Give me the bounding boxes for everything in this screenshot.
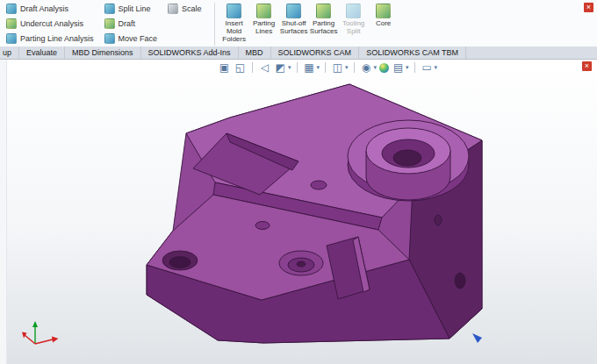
tab-solidworks-cam-tbm[interactable]: SOLIDWORKS CAM TBM	[359, 46, 466, 59]
tab-partial[interactable]: up	[0, 46, 19, 59]
parting-surfaces-label: Parting Surfaces	[309, 20, 339, 36]
parting-lines-button[interactable]: Parting Lines	[249, 2, 279, 36]
scale-button[interactable]: Scale	[165, 2, 205, 16]
display-style-icon[interactable]: ◫	[331, 61, 344, 75]
section-view-icon[interactable]: ◩	[274, 61, 287, 75]
draft-icon	[104, 18, 115, 29]
ribbon-column-scale: Scale	[165, 2, 205, 16]
shut-off-surfaces-button[interactable]: Shut-off Surfaces	[279, 2, 309, 36]
draft-analysis-label: Draft Analysis	[20, 4, 68, 13]
previous-view-icon[interactable]: ◁	[258, 61, 271, 75]
parting-surfaces-icon	[316, 4, 331, 18]
reference-triad	[22, 321, 59, 344]
split-line-button[interactable]: Split Line	[102, 2, 161, 16]
command-manager-tabs: up Evaluate MBD Dimensions SOLIDWORKS Ad…	[0, 46, 597, 60]
hud-separator	[252, 62, 253, 73]
tab-mbd[interactable]: MBD	[239, 46, 271, 59]
ribbon-large-buttons: Insert Mold Folders Parting Lines Shut-o…	[219, 2, 399, 44]
split-line-icon	[104, 4, 115, 14]
scale-label: Scale	[182, 4, 202, 13]
cad-model[interactable]	[147, 84, 482, 343]
hide-show-items-icon[interactable]: ◉	[360, 61, 373, 75]
shut-off-surfaces-icon	[286, 4, 301, 18]
tooling-split-icon	[346, 4, 361, 18]
insert-mold-folders-icon	[227, 4, 241, 18]
view-orientation-caret-icon[interactable]: ▾	[317, 64, 320, 71]
draft-label: Draft	[119, 19, 136, 28]
origin-marker	[472, 333, 482, 343]
display-style-caret-icon[interactable]: ▾	[345, 64, 349, 71]
parting-lines-icon	[256, 4, 271, 18]
heads-up-view-toolbar: ▣ ◱ ◁ ◩ ▾ ▦ ▾ ◫ ▾ ◉ ▾ ▤ ▾ ▭ ▾	[218, 61, 437, 75]
hud-separator	[325, 62, 326, 73]
tab-mbd-dimensions[interactable]: MBD Dimensions	[65, 46, 141, 59]
viewport-close-button[interactable]: ×	[582, 61, 592, 71]
zoom-area-icon[interactable]: ◱	[234, 61, 247, 75]
mold-tools-ribbon: Draft Analysis Undercut Analysis Parting…	[0, 0, 597, 46]
parting-surfaces-button[interactable]: Parting Surfaces	[309, 2, 339, 36]
scale-icon	[168, 4, 178, 14]
split-line-label: Split Line	[119, 4, 151, 13]
undercut-analysis-icon	[6, 18, 17, 29]
parting-line-analysis-label: Parting Line Analysis	[20, 34, 94, 43]
hide-show-items-caret-icon[interactable]: ▾	[374, 64, 378, 71]
parting-lines-label: Parting Lines	[249, 20, 279, 36]
view-orientation-icon[interactable]: ▦	[303, 61, 316, 75]
insert-mold-folders-button[interactable]: Insert Mold Folders	[219, 2, 249, 44]
core-button[interactable]: Core	[369, 2, 399, 28]
graphics-viewport[interactable]: ▣ ◱ ◁ ◩ ▾ ▦ ▾ ◫ ▾ ◉ ▾ ▤ ▾ ▭ ▾ ×	[0, 60, 597, 364]
zoom-fit-icon[interactable]: ▣	[218, 61, 231, 75]
parting-line-analysis-button[interactable]: Parting Line Analysis	[4, 32, 97, 46]
ribbon-separator	[214, 3, 215, 46]
section-view-caret-icon[interactable]: ▾	[288, 64, 291, 71]
move-face-icon	[104, 33, 115, 44]
tooling-split-label: Tooling Split	[339, 20, 369, 36]
cad-model-canvas[interactable]	[0, 60, 597, 364]
undercut-analysis-button[interactable]: Undercut Analysis	[4, 17, 97, 31]
undercut-analysis-label: Undercut Analysis	[20, 19, 83, 28]
tab-evaluate[interactable]: Evaluate	[19, 46, 65, 59]
view-settings-caret-icon[interactable]: ▾	[435, 64, 438, 71]
draft-button[interactable]: Draft	[102, 17, 161, 31]
insert-mold-folders-label: Insert Mold Folders	[219, 20, 249, 44]
parting-line-analysis-icon	[6, 33, 17, 44]
core-label: Core	[376, 20, 391, 28]
tab-solidworks-add-ins[interactable]: SOLIDWORKS Add-Ins	[141, 46, 239, 59]
ribbon-column-analysis: Draft Analysis Undercut Analysis Parting…	[4, 2, 97, 46]
view-settings-icon[interactable]: ▭	[421, 61, 434, 75]
shut-off-surfaces-label: Shut-off Surfaces	[279, 20, 309, 36]
draft-analysis-icon	[6, 4, 17, 14]
tab-solidworks-cam[interactable]: SOLIDWORKS CAM	[271, 46, 360, 59]
move-face-button[interactable]: Move Face	[102, 32, 161, 46]
solidworks-window: Draft Analysis Undercut Analysis Parting…	[0, 0, 597, 364]
apply-scene-caret-icon[interactable]: ▾	[406, 64, 409, 71]
core-icon	[376, 4, 391, 18]
hud-separator	[297, 62, 298, 73]
tooling-split-button: Tooling Split	[339, 2, 369, 36]
hud-separator	[414, 62, 415, 73]
move-face-label: Move Face	[119, 34, 158, 43]
ribbon-column-edit: Split Line Draft Move Face	[102, 2, 161, 46]
hud-separator	[354, 62, 355, 73]
ribbon-close-button[interactable]: ×	[584, 3, 593, 12]
edit-appearance-icon[interactable]	[379, 63, 389, 73]
apply-scene-icon[interactable]: ▤	[392, 61, 405, 75]
draft-analysis-button[interactable]: Draft Analysis	[4, 2, 97, 16]
